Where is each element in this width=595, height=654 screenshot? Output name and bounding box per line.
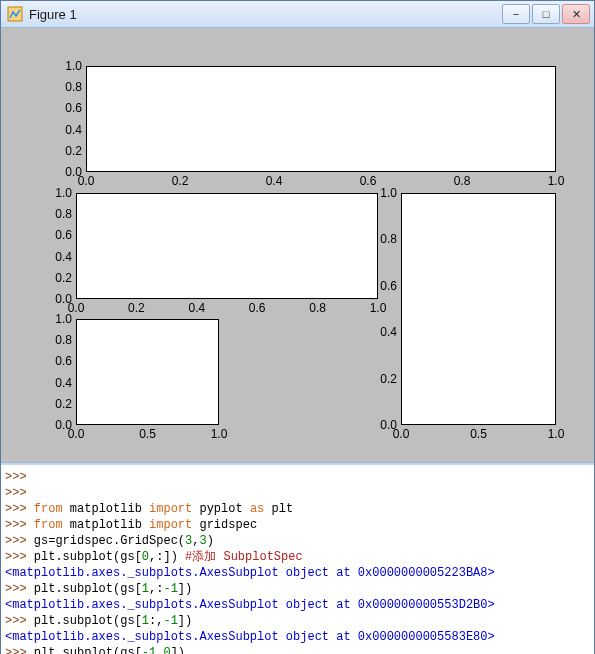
x-tick: 0.8 xyxy=(309,301,326,315)
x-tick: 0.6 xyxy=(360,174,377,188)
console-line: >>> plt.subplot(gs[0,:]) #添加 SubplotSpec xyxy=(5,549,590,565)
maximize-button[interactable]: □ xyxy=(532,4,560,24)
y-tick: 1.0 xyxy=(375,186,397,200)
y-tick: 0.6 xyxy=(60,101,82,115)
y-tick: 0.6 xyxy=(50,354,72,368)
y-tick: 1.0 xyxy=(50,312,72,326)
x-tick: 0.6 xyxy=(249,301,266,315)
minimize-icon: − xyxy=(513,9,519,20)
x-tick: 1.0 xyxy=(548,427,565,441)
figure-window: Figure 1 − □ ✕ 0.00.20.40.60.81.00.00.20… xyxy=(0,0,595,654)
y-tick: 0.4 xyxy=(50,250,72,264)
y-tick: 0.6 xyxy=(50,228,72,242)
maximize-icon: □ xyxy=(543,9,550,20)
y-tick: 0.8 xyxy=(375,232,397,246)
close-icon: ✕ xyxy=(572,9,581,20)
console-line: >>> xyxy=(5,485,590,501)
x-tick: 1.0 xyxy=(211,427,228,441)
x-tick: 0.5 xyxy=(470,427,487,441)
x-tick: 1.0 xyxy=(370,301,387,315)
console-line: >>> plt.subplot(gs[-1,0]) xyxy=(5,645,590,654)
y-tick: 0.8 xyxy=(50,333,72,347)
x-tick: 0.8 xyxy=(454,174,471,188)
y-tick: 1.0 xyxy=(60,59,82,73)
console-line: >>> plt.subplot(gs[1:,-1]) xyxy=(5,613,590,629)
window-buttons: − □ ✕ xyxy=(502,4,590,24)
y-tick: 0.0 xyxy=(375,418,397,432)
titlebar[interactable]: Figure 1 − □ ✕ xyxy=(1,1,594,28)
titlebar-left: Figure 1 xyxy=(7,6,77,22)
window-title: Figure 1 xyxy=(29,7,77,22)
console-line: >>> from matplotlib import gridspec xyxy=(5,517,590,533)
figure-canvas[interactable]: 0.00.20.40.60.81.00.00.20.40.60.81.00.00… xyxy=(1,28,594,462)
app-icon xyxy=(7,6,23,22)
close-button[interactable]: ✕ xyxy=(562,4,590,24)
x-tick: 0.2 xyxy=(128,301,145,315)
x-tick: 0.4 xyxy=(188,301,205,315)
console-line: <matplotlib.axes._subplots.AxesSubplot o… xyxy=(5,597,590,613)
y-tick: 0.4 xyxy=(50,376,72,390)
x-tick: 0.5 xyxy=(139,427,156,441)
y-tick: 0.0 xyxy=(50,292,72,306)
y-tick: 0.2 xyxy=(60,144,82,158)
y-tick: 0.0 xyxy=(60,165,82,179)
y-tick: 0.4 xyxy=(60,123,82,137)
console-line: >>> xyxy=(5,469,590,485)
subplot-3 xyxy=(401,193,556,425)
console-line: <matplotlib.axes._subplots.AxesSubplot o… xyxy=(5,629,590,645)
console-line: <matplotlib.axes._subplots.AxesSubplot o… xyxy=(5,565,590,581)
subplot-1 xyxy=(86,66,556,172)
subplot-2 xyxy=(76,193,378,299)
y-tick: 0.4 xyxy=(375,325,397,339)
subplot-4 xyxy=(76,319,219,425)
y-tick: 0.6 xyxy=(375,279,397,293)
x-tick: 0.4 xyxy=(266,174,283,188)
y-tick: 0.2 xyxy=(50,271,72,285)
y-tick: 0.2 xyxy=(50,397,72,411)
x-tick: 0.2 xyxy=(172,174,189,188)
y-tick: 0.0 xyxy=(50,418,72,432)
y-tick: 0.8 xyxy=(60,80,82,94)
python-console[interactable]: >>>>>>>>> from matplotlib import pyplot … xyxy=(1,465,594,654)
y-tick: 0.8 xyxy=(50,207,72,221)
y-tick: 1.0 xyxy=(50,186,72,200)
console-line: >>> plt.subplot(gs[1,:-1]) xyxy=(5,581,590,597)
minimize-button[interactable]: − xyxy=(502,4,530,24)
console-line: >>> from matplotlib import pyplot as plt xyxy=(5,501,590,517)
x-tick: 1.0 xyxy=(548,174,565,188)
console-line: >>> gs=gridspec.GridSpec(3,3) xyxy=(5,533,590,549)
y-tick: 0.2 xyxy=(375,372,397,386)
